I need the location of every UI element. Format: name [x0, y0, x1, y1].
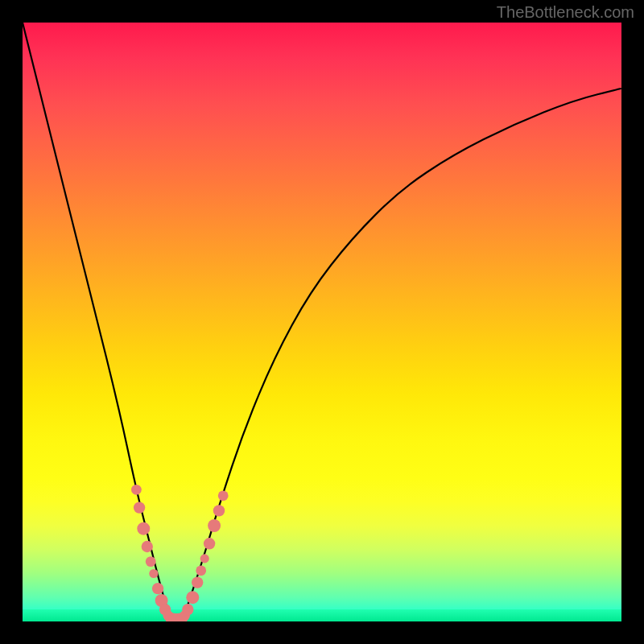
marker-dot [204, 538, 215, 549]
plot-area [23, 23, 621, 621]
marker-dot [200, 554, 209, 563]
marker-dot [131, 485, 142, 495]
watermark-text: TheBottleneck.com [497, 3, 634, 22]
marker-dot [152, 583, 163, 594]
marker-dot [134, 502, 145, 513]
marker-dot [146, 556, 156, 567]
curve-svg [23, 23, 621, 621]
marker-dot [208, 519, 221, 532]
marker-dot [182, 604, 193, 615]
marker-dot [218, 490, 229, 501]
marker-dot [192, 576, 203, 588]
bottleneck-curve [23, 23, 621, 620]
marker-cluster [131, 485, 229, 621]
marker-dot [213, 505, 225, 516]
marker-dot [196, 565, 206, 576]
marker-dot [137, 522, 150, 535]
marker-dot [149, 569, 158, 578]
marker-dot [142, 541, 153, 552]
marker-dot [186, 591, 199, 604]
